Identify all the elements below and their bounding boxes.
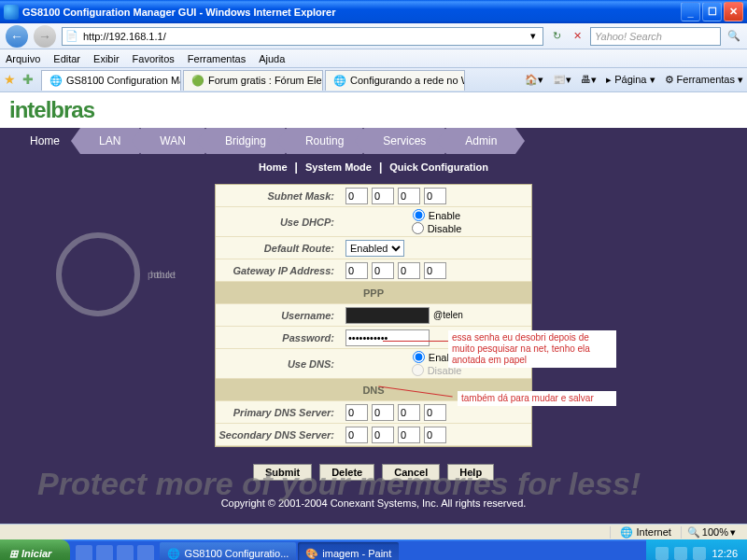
cancel-button[interactable]: Cancel: [382, 464, 440, 481]
crumb-quick-config[interactable]: Quick Configuration: [389, 161, 488, 173]
ferramentas-menu[interactable]: ⚙ Ferramentas ▾: [665, 74, 743, 86]
menu-ferramentas[interactable]: Ferramentas: [188, 53, 246, 64]
tab-forum[interactable]: 🟢 Forum gratis : Fórum Eletrôni...: [183, 70, 323, 91]
copyright: Copyright © 2001-2004 Conexant Systems, …: [0, 484, 747, 522]
annotation-2: também dá para mudar e salvar: [458, 391, 616, 406]
menubar: Arquivo Editar Exibir Favoritos Ferramen…: [0, 49, 747, 68]
username-input[interactable]: [345, 307, 430, 324]
dhcp-disable[interactable]: Disable: [412, 222, 462, 234]
password-input[interactable]: [345, 329, 430, 346]
pdns-3[interactable]: [398, 404, 420, 421]
sdns-3[interactable]: [398, 427, 420, 443]
start-button[interactable]: ⊞ Iniciar: [0, 539, 70, 560]
sdns-4[interactable]: [424, 427, 446, 443]
taskbar: ⊞ Iniciar 🌐 GS8100 Configuratio... 🎨 ima…: [0, 539, 747, 560]
subnet-mask-3[interactable]: [398, 188, 420, 204]
maximize-button[interactable]: ☐: [702, 2, 722, 21]
menu-favoritos[interactable]: Favoritos: [133, 53, 175, 64]
crumb-system-mode[interactable]: System Mode: [305, 161, 372, 173]
tab-configurando[interactable]: 🌐 Configurando a rede no Win...: [325, 70, 465, 91]
navtab-services[interactable]: Services: [364, 128, 444, 154]
navtab-home[interactable]: Home: [11, 128, 78, 154]
sdns-1[interactable]: [345, 427, 368, 443]
page-icon: 📄: [64, 29, 79, 44]
search-icon[interactable]: 🔍: [726, 29, 741, 44]
crumb-home[interactable]: Home: [259, 161, 288, 173]
home-icon[interactable]: 🏠▾: [525, 74, 543, 86]
address-bar[interactable]: 📄 ▾: [62, 27, 543, 46]
tab-label: GS8100 Configuration Ma...: [66, 75, 181, 86]
tab-label: Configurando a rede no Win...: [350, 75, 465, 86]
windows-logo-icon: ⊞: [9, 548, 18, 560]
tray-icon[interactable]: [693, 547, 706, 560]
pdns-4[interactable]: [424, 404, 446, 421]
ie-icon: [4, 5, 19, 20]
navtab-admin[interactable]: Admin: [446, 128, 515, 154]
submit-button[interactable]: Submit: [253, 464, 312, 481]
system-tray: 12:26: [646, 539, 747, 560]
navtab-bridging[interactable]: Bridging: [206, 128, 285, 154]
use-dns-label: Use DNS:: [216, 358, 342, 370]
ql-icon[interactable]: [96, 545, 113, 560]
nav-toolbar: ← → 📄 ▾ ↻ ✕ Yahoo! Search 🔍: [0, 23, 747, 49]
menu-ajuda[interactable]: Ajuda: [259, 53, 285, 64]
print-icon[interactable]: 🖶▾: [581, 74, 597, 86]
gateway-1[interactable]: [345, 262, 368, 279]
zoom-control[interactable]: 🔍 100% ▾: [681, 526, 741, 539]
subnet-mask-4[interactable]: [424, 188, 446, 204]
quick-launch: [70, 545, 160, 560]
default-route-select[interactable]: Enabled: [345, 240, 404, 257]
dhcp-enable[interactable]: Enable: [413, 209, 460, 221]
sdns-2[interactable]: [372, 427, 394, 443]
navtab-wan[interactable]: WAN: [141, 128, 204, 154]
nav-tabs: Home LAN WAN Bridging Routing Services A…: [0, 128, 747, 154]
tray-icon[interactable]: [674, 547, 687, 560]
secondary-dns-label: Secondary DNS Server:: [216, 429, 342, 441]
ql-icon[interactable]: [76, 545, 92, 560]
gateway-4[interactable]: [424, 262, 446, 279]
search-box[interactable]: Yahoo! Search: [590, 27, 721, 46]
navtab-routing[interactable]: Routing: [287, 128, 362, 154]
ql-icon[interactable]: [137, 545, 154, 560]
task-paint[interactable]: 🎨 imagem - Paint: [298, 542, 399, 560]
ie-icon: 🌐: [167, 548, 180, 560]
gateway-3[interactable]: [398, 262, 420, 279]
menu-exibir[interactable]: Exibir: [93, 53, 120, 64]
delete-button[interactable]: Delete: [319, 464, 374, 481]
favorites-star-icon[interactable]: ★: [4, 72, 21, 89]
clock[interactable]: 12:26: [712, 548, 738, 559]
feeds-icon[interactable]: 📰▾: [553, 74, 571, 86]
close-button[interactable]: ✕: [724, 2, 743, 21]
annotation-line-1: [383, 341, 448, 342]
gateway-2[interactable]: [372, 262, 394, 279]
pdns-2[interactable]: [372, 404, 394, 421]
subnet-mask-1[interactable]: [345, 188, 368, 204]
menu-arquivo[interactable]: Arquivo: [6, 53, 40, 64]
button-row: Submit Delete Cancel Help: [0, 456, 747, 484]
navtab-lan[interactable]: LAN: [80, 128, 139, 154]
back-button[interactable]: ←: [6, 25, 28, 48]
ppp-header: PPP: [216, 282, 531, 304]
forward-button[interactable]: →: [34, 25, 56, 48]
tabbar: ★ ✚ 🌐 GS8100 Configuration Ma... 🟢 Forum…: [0, 68, 747, 92]
add-favorite-icon[interactable]: ✚: [22, 72, 39, 89]
tray-icon[interactable]: [655, 547, 669, 560]
refresh-button[interactable]: ↻: [549, 29, 564, 44]
pagina-menu[interactable]: ▸ Página ▾: [606, 74, 655, 86]
stop-button[interactable]: ✕: [570, 29, 585, 44]
tab-gs8100[interactable]: 🌐 GS8100 Configuration Ma...: [41, 70, 181, 91]
brand-bar: intelbras: [0, 92, 747, 128]
tab-icon: 🌐: [49, 73, 63, 88]
url-input[interactable]: [79, 31, 526, 42]
menu-editar[interactable]: Editar: [53, 53, 80, 64]
dropdown-icon[interactable]: ▾: [526, 29, 541, 44]
task-ie[interactable]: 🌐 GS8100 Configuratio...: [160, 542, 296, 560]
help-button[interactable]: Help: [447, 464, 494, 481]
ql-icon[interactable]: [117, 545, 134, 560]
subnet-mask-2[interactable]: [372, 188, 394, 204]
zone-indicator: 🌐 Internet: [610, 526, 681, 539]
pdns-1[interactable]: [345, 404, 368, 421]
minimize-button[interactable]: _: [681, 2, 700, 21]
paint-icon: 🎨: [305, 548, 318, 560]
default-route-label: Default Route:: [216, 243, 342, 254]
